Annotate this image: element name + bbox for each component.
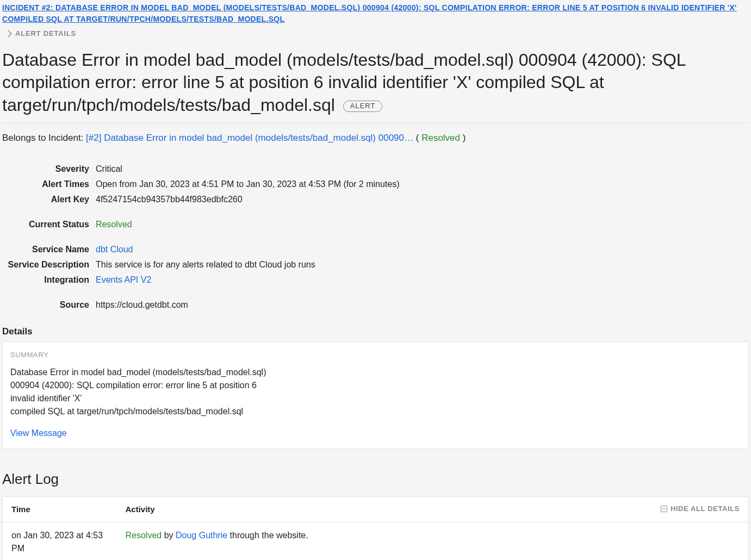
details-body: Database Error in model bad_model (model… bbox=[10, 366, 741, 418]
activity-suffix: through the website. bbox=[227, 531, 308, 540]
meta-service-description-value: This service is for any alerts related t… bbox=[96, 258, 749, 271]
open-paren: ( bbox=[416, 133, 419, 143]
meta-current-status-label: Current Status bbox=[2, 218, 89, 231]
chevron-right-icon bbox=[4, 30, 12, 38]
summary-label: SUMMARY bbox=[10, 350, 741, 360]
meta-grid: Severity Critical Alert Times Open from … bbox=[2, 163, 749, 312]
meta-alert-times-label: Alert Times bbox=[2, 178, 89, 191]
minus-icon bbox=[661, 506, 667, 512]
log-time: on Jan 30, 2023 at 4:53 PM bbox=[3, 522, 117, 560]
hide-all-details-button[interactable]: HIDE ALL DETAILS bbox=[661, 503, 740, 514]
log-row: on Jan 30, 2023 at 4:53 PM Resolved by D… bbox=[3, 522, 749, 560]
belongs-incident-link[interactable]: [#2] Database Error in model bad_model (… bbox=[86, 133, 413, 143]
details-box: SUMMARY Database Error in model bad_mode… bbox=[2, 341, 749, 449]
meta-integration-link[interactable]: Events API V2 bbox=[96, 275, 151, 284]
status-resolved: Resolved bbox=[126, 531, 162, 540]
by-text: by bbox=[162, 531, 176, 540]
meta-integration-label: Integration bbox=[2, 273, 89, 287]
log-col-activity: Activity HIDE ALL DETAILS bbox=[117, 496, 749, 522]
meta-source-value: https://cloud.getdbt.com bbox=[96, 298, 749, 312]
meta-service-name-label: Service Name bbox=[2, 243, 89, 256]
details-heading: Details bbox=[2, 325, 749, 339]
meta-alert-key-label: Alert Key bbox=[2, 193, 89, 206]
belongs-to-incident: Belongs to Incident: [#2] Database Error… bbox=[2, 131, 749, 145]
meta-alert-times-value: Open from Jan 30, 2023 at 4:51 PM to Jan… bbox=[96, 178, 749, 191]
log-col-time: Time bbox=[3, 496, 117, 522]
breadcrumb-sub-label: ALERT DETAILS bbox=[15, 28, 76, 39]
belongs-status: Resolved bbox=[421, 133, 460, 143]
breadcrumb-sub: ALERT DETAILS bbox=[2, 28, 749, 39]
breadcrumb-incident-link[interactable]: INCIDENT #2: DATABASE ERROR IN MODEL BAD… bbox=[2, 2, 749, 25]
alert-badge: ALERT bbox=[343, 101, 383, 112]
meta-service-name-link[interactable]: dbt Cloud bbox=[96, 245, 133, 254]
meta-severity-label: Severity bbox=[2, 163, 89, 176]
meta-alert-key-value: 4f5247154cb94357bb44f983edbfc260 bbox=[96, 193, 749, 206]
log-activity: Resolved by Doug Guthrie through the web… bbox=[117, 522, 749, 560]
close-paren: ) bbox=[463, 133, 466, 143]
belongs-label: Belongs to Incident: bbox=[2, 133, 83, 143]
view-message-link[interactable]: View Message bbox=[10, 428, 67, 438]
log-col-activity-label: Activity bbox=[126, 505, 155, 514]
meta-current-status-value: Resolved bbox=[96, 218, 749, 231]
user-link[interactable]: Doug Guthrie bbox=[176, 531, 227, 540]
page-title: Database Error in model bad_model (model… bbox=[2, 49, 749, 117]
meta-severity-value: Critical bbox=[96, 163, 749, 176]
meta-service-description-label: Service Description bbox=[2, 258, 89, 271]
alert-log-table: Time Activity HIDE ALL DETAILS on Jan 30… bbox=[2, 496, 749, 560]
hide-all-label: HIDE ALL DETAILS bbox=[671, 503, 740, 514]
alert-log-title: Alert Log bbox=[2, 469, 749, 490]
separator bbox=[2, 123, 749, 123]
meta-source-label: Source bbox=[2, 298, 89, 312]
